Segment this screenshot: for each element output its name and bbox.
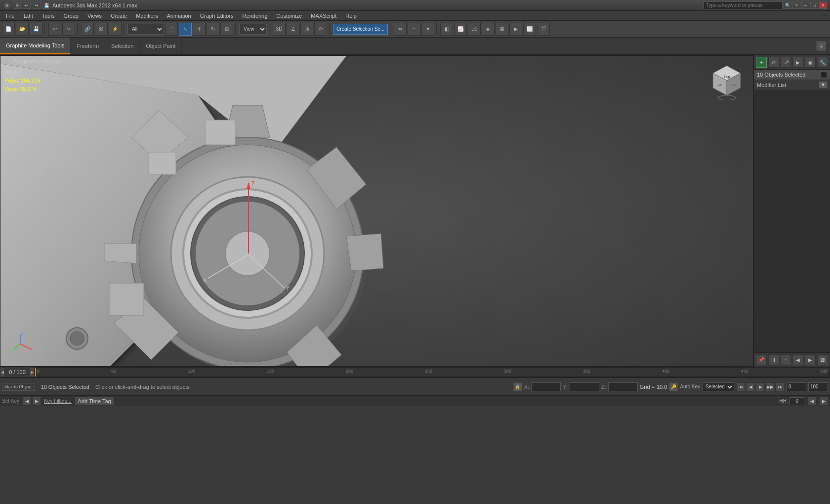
panel-next-icon[interactable]: ▶ (805, 354, 816, 365)
modifier-list-dropdown[interactable]: ▼ (819, 82, 827, 88)
objects-selected-bar: 10 Objects Selected (754, 70, 830, 80)
panel-icon-motion[interactable]: ▶ (792, 57, 803, 68)
tb-rotate[interactable]: ↻ (207, 23, 219, 36)
tb-align-opts[interactable]: ▼ (421, 23, 434, 36)
viewcube[interactable]: Top Front Left (708, 63, 746, 100)
tb-redo[interactable]: ↪ (62, 23, 75, 36)
tb-layer[interactable]: ◧ (440, 23, 453, 36)
search-icon[interactable]: 🔍 (784, 2, 791, 9)
playback-play-btn[interactable]: ▶ (756, 382, 765, 391)
menu-help[interactable]: Help (341, 11, 361, 21)
tab-graphite-modeling[interactable]: Graphite Modeling Tools (0, 38, 71, 54)
playback-next-btn[interactable]: ▶▶ (766, 382, 775, 391)
menu-group[interactable]: Group (59, 11, 83, 21)
tb-render[interactable]: ▶ (509, 23, 522, 36)
panel-prev-icon[interactable]: ◀ (792, 354, 803, 365)
search-input[interactable] (704, 1, 783, 9)
menu-maxscript[interactable]: MAXScript (307, 11, 340, 21)
menu-modifiers[interactable]: Modifiers (132, 11, 162, 21)
timeline-prev-btn[interactable]: ◀ (0, 367, 5, 377)
tb-render-frame[interactable]: ⬜ (523, 23, 536, 36)
z-coord-input[interactable] (608, 382, 638, 391)
tb-unlink[interactable]: ⛓ (95, 23, 108, 36)
tb-bind[interactable]: ⚡ (109, 23, 122, 36)
tb-save[interactable]: 💾 (30, 23, 42, 36)
quick-access-btn[interactable]: ⎘ (13, 2, 21, 9)
panel-list-icon[interactable]: ≡ (781, 354, 791, 365)
menu-views[interactable]: Views (83, 11, 106, 21)
lock-selection-btn[interactable]: 🔒 (513, 382, 522, 391)
selection-filter-dropdown[interactable]: All Geometry Shapes (127, 24, 164, 35)
tb-mirror[interactable]: ⇔ (394, 23, 407, 36)
panel-icon-display[interactable]: ◉ (805, 57, 816, 68)
menu-tools[interactable]: Tools (38, 11, 59, 21)
tb-snap-3d[interactable]: 3D (273, 23, 286, 36)
bb-next-btn[interactable]: ▶ (819, 397, 828, 406)
tab-freeform[interactable]: Freeform (71, 38, 105, 54)
win-close[interactable]: ✕ (819, 2, 827, 9)
total-frames-input[interactable] (808, 382, 828, 391)
setkey-next-btn[interactable]: ▶ (32, 397, 41, 406)
panel-icon-create[interactable]: ✦ (756, 57, 767, 68)
playback-end-btn[interactable]: ⏭ (776, 382, 785, 391)
tab-selection[interactable]: Selection (105, 38, 140, 54)
tb-scale[interactable]: ⊞ (220, 23, 233, 36)
tb-select-move[interactable]: ✛ (193, 23, 206, 36)
key-icon-btn[interactable]: 🔑 (669, 382, 678, 391)
tb-sel-region[interactable]: ⬚ (165, 23, 178, 36)
ribbon-add-tab[interactable]: + (816, 41, 826, 51)
redo-btn[interactable]: ↪ (33, 2, 41, 9)
tb-undo[interactable]: ↩ (48, 23, 61, 36)
panel-icon-modify[interactable]: ⊙ (768, 57, 779, 68)
autokey-mode-dropdown[interactable]: Selected Position Rotation (702, 382, 734, 391)
panel-pin-icon[interactable]: 📌 (756, 354, 767, 365)
menu-graph-editors[interactable]: Graph Editors (196, 11, 238, 21)
menu-rendering[interactable]: Rendering (239, 11, 272, 21)
panel-icon-hierarchy[interactable]: ⎇ (781, 57, 791, 68)
ref-coord-dropdown[interactable]: View World Local (239, 24, 267, 35)
save-btn[interactable]: 💾 (42, 2, 50, 9)
tb-curve-ed[interactable]: 📈 (454, 23, 467, 36)
x-coord-input[interactable] (531, 382, 561, 391)
menu-customize[interactable]: Customize (272, 11, 306, 21)
panel-icon-utilities[interactable]: 🔧 (817, 57, 828, 68)
tb-schematic[interactable]: ⎇ (468, 23, 481, 36)
tb-material-ed[interactable]: ◈ (482, 23, 495, 36)
panel-render-icon[interactable]: 🖼 (817, 354, 828, 365)
menu-animation[interactable]: Animation (163, 11, 195, 21)
tb-link[interactable]: 🔗 (81, 23, 94, 36)
vp-plus[interactable]: [+] (4, 58, 11, 64)
undo-btn[interactable]: ↩ (23, 2, 31, 9)
y-coord-input[interactable] (570, 382, 599, 391)
playback-prev-btn[interactable]: ◀ (746, 382, 755, 391)
3d-viewport[interactable]: Z X Y [ (0, 55, 753, 367)
tb-render-setup[interactable]: 🖥 (496, 23, 508, 36)
menu-create[interactable]: Create (107, 11, 131, 21)
tb-select-tool[interactable]: ↖ (179, 23, 192, 36)
create-selection-set[interactable]: Create Selection Se... (333, 24, 388, 35)
timeline-next-btn[interactable]: ▶ (30, 367, 35, 377)
win-maximize[interactable]: □ (810, 2, 818, 9)
tb-snap-angle[interactable]: ∠ (287, 23, 299, 36)
max-to-physc-btn[interactable]: Max to Physc. (2, 383, 35, 391)
setkey-prev-btn[interactable]: ◀ (22, 397, 31, 406)
win-minimize[interactable]: ─ (801, 2, 809, 9)
key-filters-btn[interactable]: Key Filters... (44, 398, 72, 404)
frame-field[interactable] (789, 397, 804, 405)
menu-file[interactable]: File (2, 11, 19, 21)
tb-open[interactable]: 📂 (16, 23, 29, 36)
tb-snap-spin[interactable]: ⟳ (314, 23, 327, 36)
add-time-tag-btn[interactable]: Add Time Tag (75, 397, 115, 406)
tb-anim-render[interactable]: 🎬 (537, 23, 550, 36)
panel-pause-icon[interactable]: ⏸ (768, 354, 779, 365)
help-btn[interactable]: ? (792, 2, 800, 9)
tb-align[interactable]: ≡ (408, 23, 420, 36)
current-frame-input[interactable] (787, 382, 806, 391)
timeline-track[interactable]: 0 50 100 150 200 250 300 350 400 450 500 (35, 367, 830, 377)
playback-start-btn[interactable]: ⏮ (736, 382, 745, 391)
bb-prev-btn[interactable]: ◀ (807, 397, 816, 406)
tb-new[interactable]: 📄 (2, 23, 15, 36)
menu-edit[interactable]: Edit (20, 11, 37, 21)
tab-object-paint[interactable]: Object Paint (140, 38, 182, 54)
tb-snap-pct[interactable]: % (300, 23, 313, 36)
